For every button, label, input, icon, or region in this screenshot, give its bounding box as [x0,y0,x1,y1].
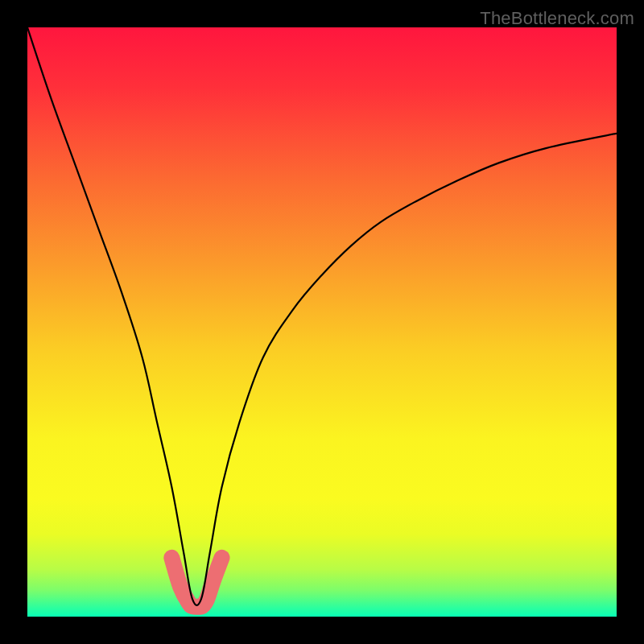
bottleneck-chart [27,27,617,617]
gradient-background [27,27,617,617]
plot-frame [27,27,617,617]
watermark-text: TheBottleneck.com [480,8,634,29]
